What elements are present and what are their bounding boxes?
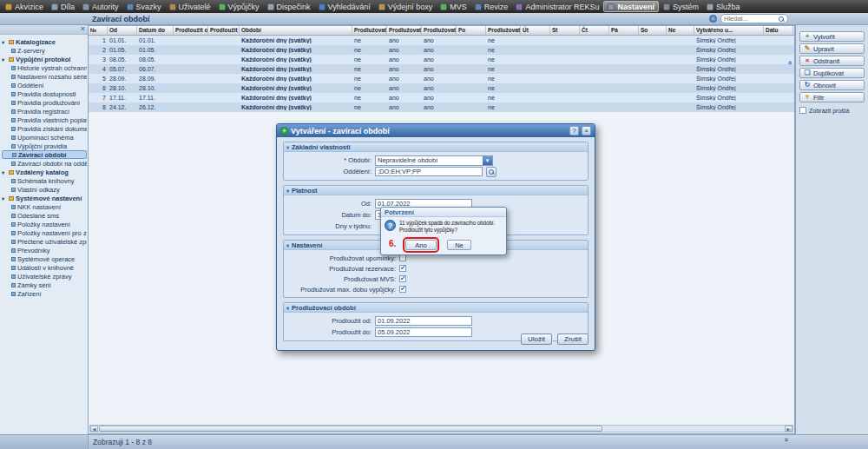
dialog-help-icon[interactable]: ? xyxy=(569,126,579,135)
dialog-titlebar[interactable]: + Vytváření - zavírací období ? × xyxy=(277,124,595,137)
table-row[interactable]: 308.05.08.05.Každoroční dny (svátky)nean… xyxy=(89,55,794,64)
sidebar-item-pravidla-dostupnosti[interactable]: Pravidla dostupnosti xyxy=(2,89,87,98)
menu-item-administrator-reksu[interactable]: Administrator REKSu xyxy=(512,1,602,12)
sidebar-item-oddeleni[interactable]: Oddělení xyxy=(2,81,87,89)
section-extension-header[interactable]: ▾ Prodlužovací období xyxy=(284,303,588,313)
column-header-ut[interactable]: Út xyxy=(521,26,550,35)
search-box[interactable] xyxy=(720,14,788,23)
column-header-prodluzovat[interactable]: Prodlužovat xyxy=(422,26,457,35)
menu-item-revize[interactable]: Revize xyxy=(471,1,512,12)
column-header-ne[interactable]: Ne xyxy=(667,26,694,35)
section-collapse-icon[interactable]: ▾ xyxy=(286,188,289,194)
odstranit-button[interactable]: × Odstranit xyxy=(799,56,865,66)
column-header-datum-do[interactable]: Datum do xyxy=(137,26,174,35)
confirm-titlebar[interactable]: Potvrzení xyxy=(381,208,506,217)
section-collapse-icon[interactable]: ▾ xyxy=(286,242,289,248)
sidebar-close-icon[interactable]: × xyxy=(81,25,85,34)
show-expired-checkbox-row[interactable]: Zobrazit prošlá xyxy=(799,107,865,114)
yes-button[interactable]: Ano xyxy=(405,240,437,250)
upravit-button[interactable]: ✎ Upravit xyxy=(799,43,865,54)
save-button[interactable]: Uložit xyxy=(521,333,552,345)
tree-expand-icon[interactable]: ▾ xyxy=(2,195,7,201)
column-header-prodluzovat[interactable]: Prodlužovat xyxy=(352,26,387,35)
menu-item-uzivatele[interactable]: Uživatelé xyxy=(166,1,214,12)
menu-item-autority[interactable]: Autority xyxy=(79,1,122,12)
sidebar-item-nkk-nastaveni[interactable]: NKK nastavení xyxy=(2,202,87,211)
section-basic-header[interactable]: ▾ Základní vlastnosti xyxy=(284,142,588,152)
sidebar-item-upominaci-schema[interactable]: Upomínací schéma xyxy=(2,133,87,142)
scroll-right-icon[interactable]: ▶ xyxy=(785,426,792,432)
sidebar-item-schemata-knihovny[interactable]: Schémata knihovny xyxy=(2,176,87,185)
column-header-pa[interactable]: Pá xyxy=(609,26,639,35)
table-row[interactable]: 101.01.01.01.Každoroční dny (svátky)nean… xyxy=(89,36,794,45)
table-row[interactable]: 628.10.28.10.Každoroční dny (svátky)nean… xyxy=(89,83,794,93)
sidebar-item-systemove-operace[interactable]: Systémové operace xyxy=(2,254,87,263)
chevron-down-icon[interactable]: ▼ xyxy=(483,156,492,165)
scroll-left-icon[interactable]: ◀ xyxy=(90,426,98,432)
scrollbar-thumb[interactable] xyxy=(99,426,602,432)
column-header-prodlouzit-do[interactable]: Prodloužit do xyxy=(208,26,240,35)
duplikovat-button[interactable]: ❏ Duplikovat xyxy=(799,68,865,78)
prodluzovat-max-dobu-vypujcky-checkbox[interactable] xyxy=(399,286,406,293)
horizontal-scrollbar[interactable]: ◀ ▶ xyxy=(89,425,793,432)
section-validity-header[interactable]: ▾ Platnost xyxy=(284,186,588,195)
vytvorit-button[interactable]: + Vytvořit xyxy=(799,31,865,42)
menu-item-vydejni-boxy[interactable]: Výdejní boxy xyxy=(375,1,437,12)
menu-item-mvs[interactable]: MVS xyxy=(437,1,470,12)
sidebar-item-z-servery[interactable]: Z-servery xyxy=(2,46,87,55)
column-header-ct[interactable]: Čt xyxy=(580,26,609,35)
menu-item-nastaveni[interactable]: Nastavení xyxy=(603,1,659,12)
table-row[interactable]: 405.07.06.07.Každoroční dny (svátky)nean… xyxy=(89,64,794,74)
sidebar-item-pravidla-registraci[interactable]: Pravidla registrací xyxy=(2,107,87,116)
show-expired-checkbox[interactable] xyxy=(799,107,806,114)
sidebar-item-nastaveni-rozsahu-serie[interactable]: Nastavení rozsahu série xyxy=(2,72,87,81)
section-collapse-icon[interactable]: ▾ xyxy=(286,144,289,150)
tree-group-systemove-nastaveni[interactable]: ▾ Systémové nastavení xyxy=(2,194,87,202)
table-row[interactable]: 201.05.01.05.Každoroční dny (svátky)nean… xyxy=(89,45,794,55)
tree-expand-icon[interactable]: ▾ xyxy=(2,169,7,175)
sidebar-item-zaviraci-obdobi-na-oddelenich[interactable]: Zavírací období na odděleních xyxy=(2,159,87,168)
no-button[interactable]: Ne xyxy=(447,240,471,250)
cancel-button[interactable]: Zrušit xyxy=(557,333,589,345)
prodluzovat-upominky-checkbox[interactable] xyxy=(399,254,406,261)
sidebar-item-pravidla-prodluzovani[interactable]: Pravidla prodlužování xyxy=(2,98,87,107)
sidebar-item-polozky-nastaveni-pro-zarizeni[interactable]: Položky nastavení pro zařízení xyxy=(2,228,87,237)
column-header-prodluzovat[interactable]: Prodlužovat xyxy=(486,26,521,35)
menu-item-dila[interactable]: Díla xyxy=(48,1,78,12)
obnovit-button[interactable]: ↻ Obnovit xyxy=(799,80,865,90)
sidebar-item-pravidla-ziskani-dokumentu[interactable]: Pravidla získání dokumentu xyxy=(2,124,87,133)
prodlouzit-do-input[interactable]: 05.09.2022 xyxy=(375,327,472,337)
prodlouzit-od-input[interactable]: 01.09.2022 xyxy=(375,316,472,326)
sidebar-item-historie-vystrah-ochrannych-br[interactable]: Historie výstrah ochranných br xyxy=(2,63,87,72)
prodluzovat-rezervace-checkbox[interactable] xyxy=(399,265,406,272)
menu-item-akvizice[interactable]: Akvizice xyxy=(2,1,47,12)
tree-expand-icon[interactable]: ▾ xyxy=(2,39,7,45)
menu-item-sluzba[interactable]: Služba xyxy=(703,1,744,12)
column-header-so[interactable]: So xyxy=(639,26,667,35)
search-input[interactable] xyxy=(724,15,776,23)
table-row[interactable]: 717.11.17.11.Každoroční dny (svátky)nean… xyxy=(89,93,794,102)
sidebar-item-vlastni-odkazy[interactable]: Vlastní odkazy xyxy=(2,185,87,194)
column-header-prodlouzit-od[interactable]: Prodloužit od xyxy=(174,26,208,35)
sidebar-item-pravidla-vlastnich-poplatku[interactable]: Pravidla vlastních poplatků xyxy=(2,116,87,124)
sidebar-item-zaviraci-obdobi[interactable]: Zavírací období xyxy=(2,150,87,159)
obdobi-select[interactable]: Nepravidelné období ▼ xyxy=(375,155,493,166)
search-icon[interactable] xyxy=(778,16,785,23)
table-row[interactable]: 528.09.28.09.Každoroční dny (svátky)nean… xyxy=(89,74,794,83)
menu-item-system[interactable]: Systém xyxy=(660,1,702,12)
table-row[interactable]: 824.12.26.12.Každoroční dny (svátky)nean… xyxy=(89,102,794,112)
tree-group-katalogizace[interactable]: ▾ Katalogizace xyxy=(2,37,87,46)
sidebar-item-polozky-nastaveni[interactable]: Položky nastavení xyxy=(2,220,87,228)
menu-item-vyhledavani[interactable]: Vyhledávání xyxy=(315,1,374,12)
tree-expand-icon[interactable]: ▾ xyxy=(2,56,7,63)
collapse-up-icon[interactable]: » xyxy=(786,61,794,65)
oddeleni-picker-button[interactable] xyxy=(486,167,496,177)
oddeleni-input[interactable]: ;DO;EH;VP;PP xyxy=(375,167,483,176)
tree-group-vzdaleny-katalog[interactable]: ▾ Vzdálený katalog xyxy=(2,168,87,176)
sidebar-item-udalosti-v-knihovne[interactable]: Události v knihovně xyxy=(2,263,87,272)
column-header-od[interactable]: Od xyxy=(108,26,137,35)
sidebar-item-uzivatelske-zpravy[interactable]: Uživatelské zprávy xyxy=(2,272,87,281)
column-header-datu[interactable]: Datu xyxy=(764,26,793,35)
sidebar-item-zarizeni[interactable]: Zařízení xyxy=(2,289,87,298)
sidebar-item-prevodniky[interactable]: Převodníky xyxy=(2,246,87,254)
